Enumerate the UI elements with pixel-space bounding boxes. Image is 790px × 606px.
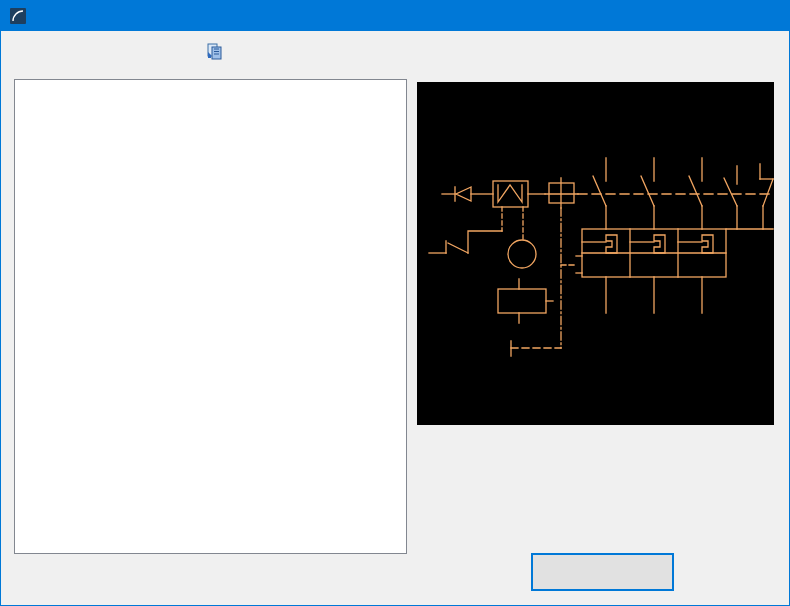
close-button[interactable] (744, 1, 789, 31)
dialog-window (0, 0, 790, 606)
command-tree[interactable] (14, 79, 407, 554)
title-bar (1, 1, 789, 31)
symbol-preview (417, 82, 774, 425)
ok-button[interactable] (531, 553, 674, 591)
translate-program-button[interactable] (31, 41, 41, 65)
app-icon (10, 8, 26, 24)
translate-content-icon (206, 43, 223, 60)
schematic-drawing (417, 82, 774, 425)
translate-content-button[interactable] (206, 41, 239, 65)
toolbar (1, 33, 789, 71)
